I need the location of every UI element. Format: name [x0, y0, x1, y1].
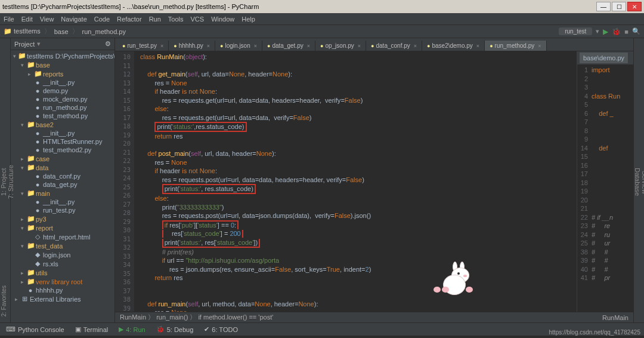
dropdown-icon[interactable]: ▾	[596, 27, 599, 35]
tree-item[interactable]: ●hhhhh.py	[11, 286, 114, 294]
tree-item[interactable]: ●data_conf.py	[11, 172, 114, 180]
breadcrumb-path[interactable]: RunMain 〉 run_main() 〉 if method.lower()…	[120, 313, 273, 322]
menu-navigate[interactable]: Navigate	[61, 16, 86, 23]
code-editor[interactable]: 10 11 12 13 14 15 16 17 18 19 20 21 22 2…	[115, 51, 577, 312]
run-config-selector[interactable]: run_test	[559, 27, 592, 35]
tree-item[interactable]: ●data_get.py	[11, 180, 114, 189]
menu-edit[interactable]: Edit	[21, 16, 33, 23]
menu-window[interactable]: Window	[211, 16, 234, 23]
project-header: Project ▾ ⚙	[11, 38, 114, 50]
split-code-area[interactable]: 1import 2 3 4class Run5 6 def _7 8 9 14 …	[577, 64, 633, 312]
tree-item[interactable]: ▾📁test_data	[11, 241, 114, 250]
maximize-button[interactable]: ☐	[612, 2, 626, 11]
tree-item[interactable]: ●__init__.py	[11, 198, 114, 206]
right-tool-strip: DatabaseSciViewRemote Host	[633, 38, 644, 322]
run-toolbar: run_test ▾ ▶ 🐞 ■ 🔍	[559, 27, 640, 36]
search-icon[interactable]: 🔍	[632, 27, 640, 35]
tree-item[interactable]: ▸📁case	[11, 154, 114, 163]
mascot-overlay	[437, 266, 473, 296]
line-gutter: 10 11 12 13 14 15 16 17 18 19 20 21 22 2…	[115, 51, 134, 312]
tree-item[interactable]: ▸📁py3	[11, 214, 114, 223]
tab-hhhhh-py[interactable]: ●hhhhh.py×	[169, 41, 215, 51]
code-area[interactable]: class RunMain(object): def get_main(self…	[134, 51, 577, 312]
crumb-2[interactable]: run_method.py	[82, 28, 126, 35]
bottom-toolbar: ⌨ Python Console ▣ Terminal ▶ 4: Run 🐞 5…	[0, 322, 644, 336]
run-tab[interactable]: ▶ 4: Run	[119, 325, 145, 333]
tree-item[interactable]: ▸📁utils	[11, 268, 114, 277]
close-button[interactable]: ✕	[627, 2, 642, 11]
tab-login-json[interactable]: ●login.json×	[215, 41, 262, 51]
crumb-0[interactable]: 📁 testItems	[4, 27, 41, 35]
tab-op_json-py[interactable]: ●op_json.py×	[315, 41, 366, 51]
tab-data_get-py[interactable]: ●data_get.py×	[262, 41, 315, 51]
editor-breadcrumbs: RunMain 〉 run_main() 〉 if method.lower()…	[115, 312, 633, 322]
tree-item[interactable]: ▾📁main	[11, 189, 114, 198]
stop-icon[interactable]: ■	[624, 28, 628, 35]
tree-root[interactable]: ▾📁testItems D:\PycharmProjects\	[11, 51, 114, 60]
navigation-bar: 📁 testItems〉base〉run_method.py run_test …	[0, 25, 644, 38]
favorites-tab[interactable]: 2: Favorites	[1, 285, 7, 317]
tree-item[interactable]: ▾📁data	[11, 163, 114, 172]
tree-item[interactable]: ▾📁base2	[11, 120, 114, 129]
window-titlebar: testItems [D:\PycharmProjects\testItems]…	[0, 0, 644, 13]
tab-run_method-py[interactable]: ●run_method.py×	[485, 41, 546, 51]
menu-refactor[interactable]: Refactor	[117, 16, 142, 23]
tree-item[interactable]: ●HTMLTestRunner.py	[11, 137, 114, 146]
breadcrumb-right: RunMain	[602, 314, 628, 321]
main-menu: FileEditViewNavigateCodeRefactorRunTools…	[0, 13, 644, 25]
left-tab[interactable]: 7: Structure	[7, 42, 14, 322]
terminal-tab[interactable]: ▣ Terminal	[75, 325, 109, 333]
tab-run_test-py[interactable]: ●run_test.py×	[117, 41, 169, 51]
debug-tab[interactable]: 🐞 5: Debug	[156, 325, 194, 333]
tab-data_conf-py[interactable]: ●data_conf.py×	[366, 41, 422, 51]
tree-item[interactable]: ●demo.py	[11, 87, 114, 95]
tree-item[interactable]: ▸⊞External Libraries	[11, 294, 114, 303]
tree-item[interactable]: ●test_method.py	[11, 112, 114, 120]
tree-item[interactable]: ●run_test.py	[11, 206, 114, 214]
tree-item[interactable]: ▾📁base	[11, 60, 114, 69]
gear-icon[interactable]: ⚙	[105, 40, 111, 48]
tree-item[interactable]: ●test_method2.py	[11, 146, 114, 154]
tree-item[interactable]: ◆rs.xls	[11, 259, 114, 268]
split-tabs: base\demo.py	[577, 51, 633, 64]
tree-item[interactable]: ●run_method.py	[11, 103, 114, 112]
menu-run[interactable]: Run	[149, 16, 161, 23]
project-label: Project	[14, 41, 35, 48]
python-console-tab[interactable]: ⌨ Python Console	[6, 325, 64, 333]
watermark-text: https://blog.csdn.net/qq_41782425	[549, 329, 640, 336]
tree-item[interactable]: ▾📁report	[11, 223, 114, 232]
debug-icon[interactable]: 🐞	[612, 27, 621, 36]
tree-item[interactable]: ●mock_demo.py	[11, 95, 114, 103]
left-tool-strip: 1: Project7: Structure	[0, 38, 11, 322]
tab-demo[interactable]: base\demo.py	[580, 53, 628, 63]
left-tab[interactable]: 1: Project	[0, 42, 7, 322]
minimize-button[interactable]: —	[596, 2, 611, 11]
menu-code[interactable]: Code	[94, 16, 110, 23]
editor-tabs: ●run_test.py×●hhhhh.py×●login.json×●data…	[115, 38, 633, 51]
right-tab[interactable]: Database	[634, 42, 641, 322]
split-editor[interactable]: base\demo.py 1import 2 3 4class Run5 6 d…	[577, 51, 633, 312]
window-buttons: — ☐ ✕	[596, 2, 642, 11]
menu-tools[interactable]: Tools	[168, 16, 184, 23]
window-title: testItems [D:\PycharmProjects\testItems]…	[2, 3, 596, 10]
right-tab[interactable]: SciView	[641, 42, 644, 322]
menu-help[interactable]: Help	[242, 16, 255, 23]
todo-tab[interactable]: ✔ 6: TODO	[204, 325, 238, 333]
crumb-1[interactable]: base	[54, 28, 69, 35]
tree-item[interactable]: ▸📁venv library root	[11, 277, 114, 286]
tab-base2-demo-py[interactable]: ●base2\demo.py×	[422, 41, 485, 51]
run-icon[interactable]: ▶	[603, 27, 608, 36]
dropdown-icon[interactable]: ▾	[37, 40, 41, 48]
tree-item[interactable]: ●__init__.py	[11, 78, 114, 87]
tree-item[interactable]: ◆login.json	[11, 250, 114, 259]
tree-item[interactable]: ◇html_report.html	[11, 232, 114, 241]
menu-file[interactable]: File	[4, 16, 14, 23]
menu-view[interactable]: View	[40, 16, 54, 23]
menu-vcs[interactable]: VCS	[191, 16, 205, 23]
project-panel: Project ▾ ⚙ ▾📁testItems D:\PycharmProjec…	[11, 38, 115, 322]
tree-item[interactable]: ▸📁reports	[11, 69, 114, 78]
tree-item[interactable]: ●__init__.py	[11, 129, 114, 137]
